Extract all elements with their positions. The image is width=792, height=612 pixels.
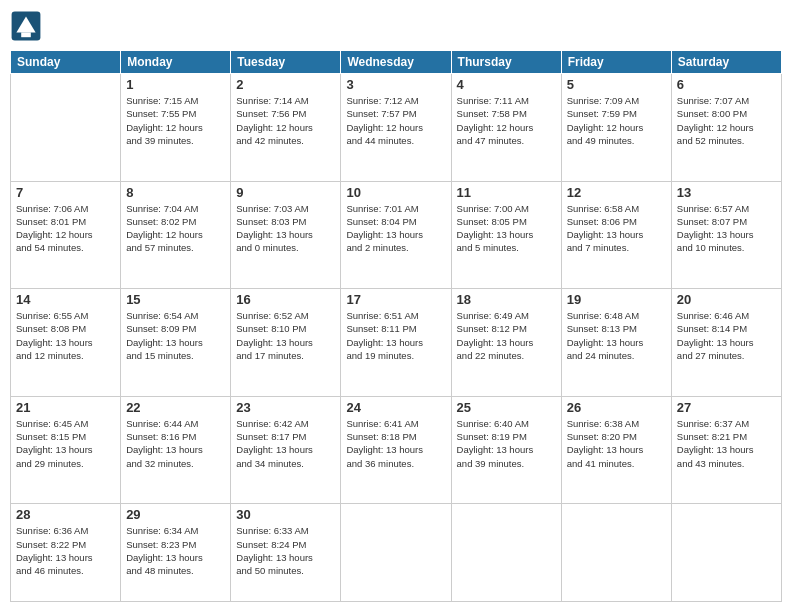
calendar-cell	[341, 504, 451, 602]
week-row-3: 21Sunrise: 6:45 AM Sunset: 8:15 PM Dayli…	[11, 396, 782, 504]
day-number: 18	[457, 292, 556, 307]
calendar-cell: 10Sunrise: 7:01 AM Sunset: 8:04 PM Dayli…	[341, 181, 451, 289]
day-number: 2	[236, 77, 335, 92]
calendar-cell: 23Sunrise: 6:42 AM Sunset: 8:17 PM Dayli…	[231, 396, 341, 504]
day-info: Sunrise: 6:41 AM Sunset: 8:18 PM Dayligh…	[346, 417, 445, 470]
calendar-cell: 28Sunrise: 6:36 AM Sunset: 8:22 PM Dayli…	[11, 504, 121, 602]
day-number: 3	[346, 77, 445, 92]
day-info: Sunrise: 7:07 AM Sunset: 8:00 PM Dayligh…	[677, 94, 776, 147]
day-info: Sunrise: 7:00 AM Sunset: 8:05 PM Dayligh…	[457, 202, 556, 255]
day-number: 5	[567, 77, 666, 92]
calendar-cell: 15Sunrise: 6:54 AM Sunset: 8:09 PM Dayli…	[121, 289, 231, 397]
calendar-cell: 7Sunrise: 7:06 AM Sunset: 8:01 PM Daylig…	[11, 181, 121, 289]
calendar-cell: 6Sunrise: 7:07 AM Sunset: 8:00 PM Daylig…	[671, 74, 781, 182]
calendar-cell: 22Sunrise: 6:44 AM Sunset: 8:16 PM Dayli…	[121, 396, 231, 504]
day-info: Sunrise: 7:12 AM Sunset: 7:57 PM Dayligh…	[346, 94, 445, 147]
day-number: 4	[457, 77, 556, 92]
day-number: 23	[236, 400, 335, 415]
calendar-table: SundayMondayTuesdayWednesdayThursdayFrid…	[10, 50, 782, 602]
day-number: 24	[346, 400, 445, 415]
calendar-cell: 9Sunrise: 7:03 AM Sunset: 8:03 PM Daylig…	[231, 181, 341, 289]
day-number: 26	[567, 400, 666, 415]
calendar-cell: 1Sunrise: 7:15 AM Sunset: 7:55 PM Daylig…	[121, 74, 231, 182]
calendar-cell: 20Sunrise: 6:46 AM Sunset: 8:14 PM Dayli…	[671, 289, 781, 397]
day-info: Sunrise: 7:01 AM Sunset: 8:04 PM Dayligh…	[346, 202, 445, 255]
weekday-header-sunday: Sunday	[11, 51, 121, 74]
calendar-cell: 30Sunrise: 6:33 AM Sunset: 8:24 PM Dayli…	[231, 504, 341, 602]
calendar-cell: 25Sunrise: 6:40 AM Sunset: 8:19 PM Dayli…	[451, 396, 561, 504]
day-info: Sunrise: 6:33 AM Sunset: 8:24 PM Dayligh…	[236, 524, 335, 577]
week-row-1: 7Sunrise: 7:06 AM Sunset: 8:01 PM Daylig…	[11, 181, 782, 289]
logo	[10, 10, 46, 42]
day-number: 27	[677, 400, 776, 415]
day-info: Sunrise: 6:37 AM Sunset: 8:21 PM Dayligh…	[677, 417, 776, 470]
calendar-cell: 24Sunrise: 6:41 AM Sunset: 8:18 PM Dayli…	[341, 396, 451, 504]
day-number: 1	[126, 77, 225, 92]
day-info: Sunrise: 6:46 AM Sunset: 8:14 PM Dayligh…	[677, 309, 776, 362]
day-number: 12	[567, 185, 666, 200]
day-number: 29	[126, 507, 225, 522]
day-info: Sunrise: 6:34 AM Sunset: 8:23 PM Dayligh…	[126, 524, 225, 577]
day-info: Sunrise: 6:55 AM Sunset: 8:08 PM Dayligh…	[16, 309, 115, 362]
calendar-cell: 17Sunrise: 6:51 AM Sunset: 8:11 PM Dayli…	[341, 289, 451, 397]
calendar-cell: 29Sunrise: 6:34 AM Sunset: 8:23 PM Dayli…	[121, 504, 231, 602]
calendar-cell: 13Sunrise: 6:57 AM Sunset: 8:07 PM Dayli…	[671, 181, 781, 289]
day-number: 20	[677, 292, 776, 307]
day-info: Sunrise: 7:04 AM Sunset: 8:02 PM Dayligh…	[126, 202, 225, 255]
day-info: Sunrise: 7:03 AM Sunset: 8:03 PM Dayligh…	[236, 202, 335, 255]
calendar-cell: 26Sunrise: 6:38 AM Sunset: 8:20 PM Dayli…	[561, 396, 671, 504]
day-info: Sunrise: 7:11 AM Sunset: 7:58 PM Dayligh…	[457, 94, 556, 147]
weekday-header-thursday: Thursday	[451, 51, 561, 74]
week-row-4: 28Sunrise: 6:36 AM Sunset: 8:22 PM Dayli…	[11, 504, 782, 602]
day-info: Sunrise: 7:14 AM Sunset: 7:56 PM Dayligh…	[236, 94, 335, 147]
day-info: Sunrise: 6:51 AM Sunset: 8:11 PM Dayligh…	[346, 309, 445, 362]
day-info: Sunrise: 6:36 AM Sunset: 8:22 PM Dayligh…	[16, 524, 115, 577]
day-number: 9	[236, 185, 335, 200]
calendar-cell: 14Sunrise: 6:55 AM Sunset: 8:08 PM Dayli…	[11, 289, 121, 397]
calendar-cell: 12Sunrise: 6:58 AM Sunset: 8:06 PM Dayli…	[561, 181, 671, 289]
calendar-cell: 21Sunrise: 6:45 AM Sunset: 8:15 PM Dayli…	[11, 396, 121, 504]
calendar-cell: 19Sunrise: 6:48 AM Sunset: 8:13 PM Dayli…	[561, 289, 671, 397]
svg-rect-2	[21, 32, 31, 37]
calendar-cell: 11Sunrise: 7:00 AM Sunset: 8:05 PM Dayli…	[451, 181, 561, 289]
calendar-cell: 3Sunrise: 7:12 AM Sunset: 7:57 PM Daylig…	[341, 74, 451, 182]
day-number: 15	[126, 292, 225, 307]
week-row-2: 14Sunrise: 6:55 AM Sunset: 8:08 PM Dayli…	[11, 289, 782, 397]
day-number: 8	[126, 185, 225, 200]
day-info: Sunrise: 6:57 AM Sunset: 8:07 PM Dayligh…	[677, 202, 776, 255]
day-number: 22	[126, 400, 225, 415]
weekday-header-saturday: Saturday	[671, 51, 781, 74]
day-info: Sunrise: 6:48 AM Sunset: 8:13 PM Dayligh…	[567, 309, 666, 362]
day-info: Sunrise: 6:49 AM Sunset: 8:12 PM Dayligh…	[457, 309, 556, 362]
weekday-header-row: SundayMondayTuesdayWednesdayThursdayFrid…	[11, 51, 782, 74]
day-number: 21	[16, 400, 115, 415]
day-number: 14	[16, 292, 115, 307]
calendar-cell	[451, 504, 561, 602]
weekday-header-wednesday: Wednesday	[341, 51, 451, 74]
day-number: 13	[677, 185, 776, 200]
calendar-cell: 5Sunrise: 7:09 AM Sunset: 7:59 PM Daylig…	[561, 74, 671, 182]
calendar-cell: 2Sunrise: 7:14 AM Sunset: 7:56 PM Daylig…	[231, 74, 341, 182]
calendar-cell: 4Sunrise: 7:11 AM Sunset: 7:58 PM Daylig…	[451, 74, 561, 182]
weekday-header-friday: Friday	[561, 51, 671, 74]
day-info: Sunrise: 6:52 AM Sunset: 8:10 PM Dayligh…	[236, 309, 335, 362]
day-number: 6	[677, 77, 776, 92]
calendar-cell: 18Sunrise: 6:49 AM Sunset: 8:12 PM Dayli…	[451, 289, 561, 397]
day-info: Sunrise: 6:45 AM Sunset: 8:15 PM Dayligh…	[16, 417, 115, 470]
day-number: 10	[346, 185, 445, 200]
day-info: Sunrise: 6:54 AM Sunset: 8:09 PM Dayligh…	[126, 309, 225, 362]
calendar-cell	[671, 504, 781, 602]
calendar-cell	[561, 504, 671, 602]
day-info: Sunrise: 6:58 AM Sunset: 8:06 PM Dayligh…	[567, 202, 666, 255]
week-row-0: 1Sunrise: 7:15 AM Sunset: 7:55 PM Daylig…	[11, 74, 782, 182]
calendar-cell: 8Sunrise: 7:04 AM Sunset: 8:02 PM Daylig…	[121, 181, 231, 289]
day-info: Sunrise: 7:09 AM Sunset: 7:59 PM Dayligh…	[567, 94, 666, 147]
day-info: Sunrise: 7:06 AM Sunset: 8:01 PM Dayligh…	[16, 202, 115, 255]
header	[10, 10, 782, 42]
day-info: Sunrise: 6:44 AM Sunset: 8:16 PM Dayligh…	[126, 417, 225, 470]
day-number: 17	[346, 292, 445, 307]
weekday-header-tuesday: Tuesday	[231, 51, 341, 74]
calendar-cell: 27Sunrise: 6:37 AM Sunset: 8:21 PM Dayli…	[671, 396, 781, 504]
day-number: 16	[236, 292, 335, 307]
weekday-header-monday: Monday	[121, 51, 231, 74]
